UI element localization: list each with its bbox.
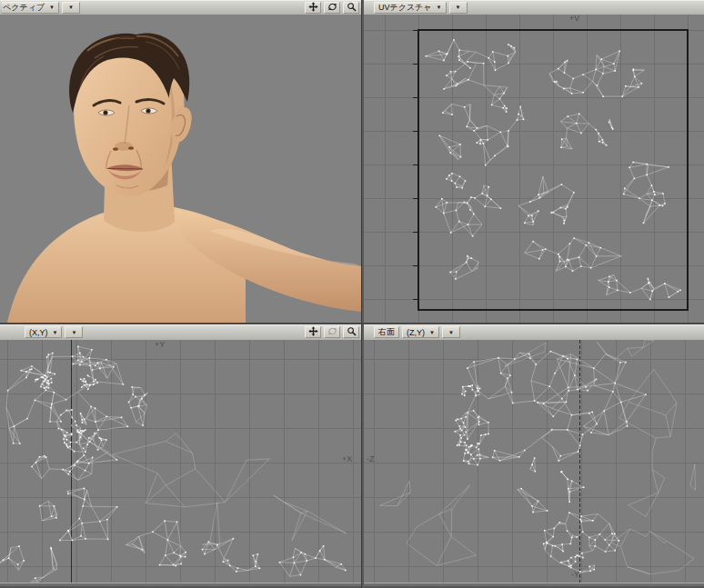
side-view-selector[interactable]: (Z,Y) ▼: [402, 326, 439, 338]
perspective-menu-button[interactable]: ▼: [62, 2, 80, 14]
uv-view-label: UVテクスチャ: [378, 2, 432, 14]
uv-wireframe-canvas: [364, 15, 704, 323]
zoom-button[interactable]: [343, 2, 359, 14]
rotate-button[interactable]: [324, 2, 340, 14]
chevron-down-icon: ▼: [49, 5, 55, 10]
perspective-view-selector[interactable]: ペクティブ ▼: [2, 2, 59, 14]
side-header: 右面 (Z,Y) ▼ ▼: [364, 324, 704, 341]
uv-menu-button[interactable]: ▼: [449, 2, 468, 14]
uv-view-selector[interactable]: UVテクスチャ ▼: [374, 2, 447, 14]
rotate-icon: [327, 326, 337, 338]
side-view-label: (Z,Y): [407, 328, 425, 337]
side-view-name: 右面: [378, 326, 395, 338]
perspective-header: ペクティブ ▼ ▼: [0, 0, 361, 15]
chevron-down-icon: ▼: [437, 5, 442, 10]
side-viewport[interactable]: -Z -Y: [364, 340, 704, 583]
front-header: (X,Y) ▼ ▼: [0, 324, 361, 341]
side-view-name-button[interactable]: 右面: [374, 326, 399, 338]
zoom-button[interactable]: [343, 326, 359, 338]
vertical-pane-splitter[interactable]: [361, 0, 364, 588]
shaded-model-head: [0, 15, 361, 323]
pan-icon: [308, 326, 318, 338]
uv-header: UVテクスチャ ▼ ▼: [364, 0, 704, 15]
front-viewport[interactable]: +Y +X: [0, 340, 361, 583]
app-window: ペクティブ ▼ ▼: [0, 0, 704, 588]
uv-pane: UVテクスチャ ▼ ▼ +V: [364, 0, 704, 323]
pan-icon: [308, 2, 318, 14]
chevron-down-icon: ▼: [448, 330, 454, 335]
zoom-icon: [347, 326, 357, 338]
front-wireframe-canvas: [0, 340, 361, 583]
front-pane: (X,Y) ▼ ▼ +Y +X: [0, 324, 361, 588]
front-menu-button[interactable]: ▼: [65, 326, 83, 338]
rotate-button-disabled: [324, 326, 340, 338]
chevron-down-icon: ▼: [68, 5, 74, 10]
side-menu-button[interactable]: ▼: [442, 326, 460, 338]
front-view-label: (X,Y): [29, 328, 48, 337]
horizontal-pane-splitter[interactable]: [0, 323, 704, 324]
chevron-down-icon: ▼: [53, 330, 58, 335]
perspective-viewport[interactable]: [0, 15, 361, 323]
chevron-down-icon: ▼: [456, 5, 461, 10]
side-wireframe-canvas: [364, 340, 704, 583]
perspective-view-label: ペクティブ: [3, 2, 45, 14]
pan-button[interactable]: [305, 326, 321, 338]
front-view-selector[interactable]: (X,Y) ▼: [25, 326, 62, 338]
bottom-panel-edge: [364, 583, 704, 588]
chevron-down-icon: ▼: [71, 330, 76, 335]
side-pane: 右面 (Z,Y) ▼ ▼ -Z -Y: [364, 324, 704, 588]
rotate-icon: [327, 2, 337, 14]
chevron-down-icon: ▼: [429, 330, 435, 335]
bottom-panel-edge: [0, 583, 361, 588]
zoom-icon: [347, 2, 357, 14]
perspective-pane: ペクティブ ▼ ▼: [0, 0, 361, 323]
uv-viewport[interactable]: +V: [364, 15, 704, 323]
pan-button[interactable]: [305, 2, 321, 14]
